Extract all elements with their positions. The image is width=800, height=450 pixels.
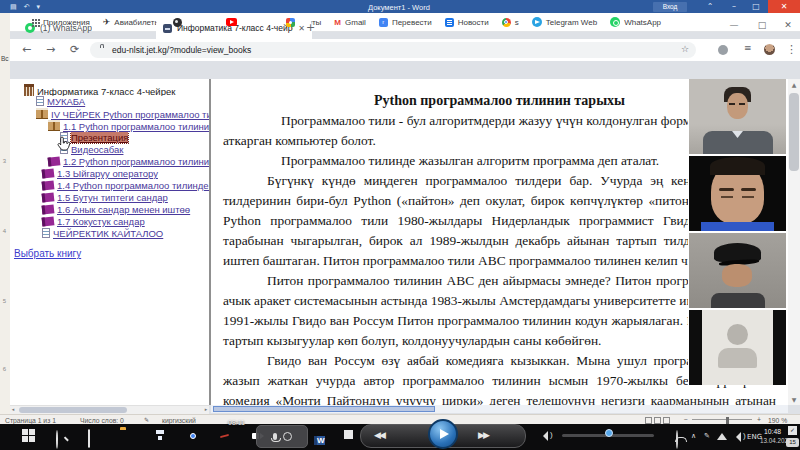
page-info[interactable]: Страница 1 из 1 [5, 417, 56, 424]
rewind-button[interactable]: ◀◀ [374, 430, 384, 440]
menu-dots-icon[interactable]: ⋮ [786, 43, 797, 56]
ruler-mark: 3 [0, 158, 9, 164]
scrollbar-thumb[interactable] [213, 406, 435, 412]
word-titlebar: ▤ ↶ ▾ Документ1 - Word Вход ⌃ – □ ✕ [0, 0, 800, 13]
nav-item-presentation[interactable]: Презентация [10, 132, 209, 144]
gmail-icon: M [334, 18, 341, 27]
reading-list-icon[interactable]: ≡ [744, 43, 752, 53]
zoom-slider[interactable] [692, 419, 752, 420]
stop-button[interactable] [344, 430, 353, 439]
video-participant-1[interactable] [689, 79, 786, 154]
play-button[interactable] [428, 419, 458, 449]
network-icon[interactable] [717, 433, 727, 440]
notification-icon[interactable]: ✓ [788, 426, 797, 435]
nav-item-chapter4[interactable]: IV ЧЕЙРЕК Python программалоо тилине кир… [10, 108, 209, 120]
caret-down-icon[interactable]: ▾ [37, 3, 41, 11]
word-ribbon-options-icon[interactable]: ⌃ [698, 0, 722, 13]
language-status[interactable]: киргизский [162, 417, 196, 424]
scroll-up-icon[interactable]: ▲ [788, 81, 800, 88]
back-icon[interactable]: ← [22, 43, 31, 56]
bookmark-news[interactable]: Новости [445, 18, 489, 27]
bookmark-s[interactable]: s [502, 18, 519, 27]
desktop-screen: ▤ ↶ ▾ Документ1 - Word Вход ⌃ – □ ✕ Вс 3… [0, 0, 800, 450]
volume-thumb[interactable] [605, 429, 613, 437]
pen-tray-icon[interactable]: ✎ [704, 432, 710, 440]
word-quick-access: ▤ ↶ ▾ [10, 3, 40, 11]
closed-book-icon [42, 204, 55, 214]
chrome-logo-icon [502, 18, 511, 27]
zoom-in-icon[interactable]: + [757, 416, 761, 423]
participant-face [727, 93, 748, 119]
nav-item-1-6[interactable]: 1.6 Анык сандар менен иштөө [10, 204, 209, 216]
profile-avatar[interactable] [764, 44, 775, 55]
video-participant-4-avatar[interactable] [689, 310, 786, 385]
refresh-icon[interactable]: ⟳ [70, 43, 79, 56]
forward-icon[interactable]: → [46, 43, 55, 56]
chrome-close-button[interactable]: ✕ [778, 17, 798, 33]
print-layout-icon[interactable] [654, 417, 661, 424]
url-text[interactable]: edu-nlsit.jet.kg/?module=view_books [112, 42, 251, 58]
zoom-slider-thumb[interactable] [726, 417, 729, 424]
notification-badge[interactable]: 15 [786, 438, 799, 447]
nav-item-1-2[interactable]: 1.2 Python программалоо тилинин структу [10, 156, 209, 168]
word-count[interactable]: Число слов: 0 [80, 417, 124, 424]
bookmark-translate[interactable]: гПеревести [379, 18, 432, 27]
new-tab-button[interactable]: + [306, 21, 315, 34]
fast-forward-button[interactable]: ▶▶ [478, 430, 488, 440]
undo-icon[interactable]: ↶ [24, 3, 30, 11]
extension-icon[interactable] [718, 45, 728, 55]
nav-item-1-5[interactable]: 1.5 Бутун типтеги сандар [10, 192, 209, 204]
word-minimize-button[interactable]: – [722, 0, 746, 13]
bookmark-star-icon[interactable]: ☆ [681, 44, 689, 54]
people-tray-icon[interactable] [676, 430, 678, 449]
nav-item-1-4[interactable]: 1.4 Python программалоо тилинде маалым [10, 180, 209, 192]
nav-item-mukaba[interactable]: МУКАБА [10, 96, 209, 108]
participant-face [722, 264, 752, 287]
nav-item-videolesson[interactable]: Видеосабак [10, 144, 209, 156]
bookmark-whatsapp[interactable]: WhatsApp [610, 17, 661, 27]
content-horizontal-scrollbar[interactable] [211, 405, 788, 413]
participant-hair [710, 157, 765, 175]
zoom-level[interactable]: 190 % [768, 417, 787, 424]
word-taskbar-icon[interactable]: W [314, 429, 325, 447]
word-close-button[interactable]: ✕ [768, 0, 800, 13]
read-mode-icon[interactable] [645, 417, 652, 424]
scroll-right-icon[interactable]: ▸ [202, 406, 210, 412]
bookmark-gmail[interactable]: MGmail [334, 18, 366, 27]
chrome-maximize-button[interactable]: □ [752, 17, 772, 33]
nav-item-1-3[interactable]: 1.3 Ыйгаруу оператору [10, 168, 209, 180]
tab-close-icon[interactable]: ✕ [298, 24, 305, 33]
yandex-icon [173, 18, 182, 27]
proofing-icon[interactable]: ✎ [144, 416, 149, 423]
scrollbar-thumb[interactable] [19, 407, 127, 413]
address-bar[interactable]: edu-nlsit.jet.kg/?module=view_books ☆ [90, 42, 696, 58]
word-restore-button[interactable]: □ [744, 0, 768, 13]
scroll-down-icon[interactable]: ▼ [788, 396, 800, 403]
video-participant-3[interactable] [689, 233, 786, 308]
nav-item-1-7[interactable]: 1.7 Кокустук сандар [10, 216, 209, 228]
bookmark-telegram[interactable]: Telegram Web [532, 17, 597, 27]
nav-horizontal-scrollbar[interactable]: ◂ ▸ [10, 405, 209, 414]
clock-time[interactable]: 10:48 [764, 428, 781, 436]
tab-whatsapp[interactable]: (1) WhatsApp ✕ [18, 17, 170, 39]
youtube-icon [226, 18, 237, 26]
chrome-window: (1) WhatsApp ✕ Информатика 7-класс 4-чей… [10, 13, 800, 414]
task-view-icon[interactable] [88, 430, 90, 448]
scroll-left-icon[interactable]: ◂ [9, 406, 17, 412]
word-signin-button[interactable]: Вход [653, 2, 687, 12]
save-icon[interactable]: ▤ [10, 3, 17, 11]
video-participant-2[interactable] [689, 156, 786, 231]
nav-item-repeat[interactable]: ЧЕЙРЕКТИК КАЙТАЛОО [10, 228, 209, 240]
web-layout-icon[interactable] [663, 417, 670, 424]
scrollbar-thumb[interactable] [789, 93, 799, 171]
tray-expand-icon[interactable]: ∧ [691, 432, 696, 440]
chrome-minimize-button[interactable]: — [724, 17, 744, 33]
nav-item-1-1[interactable]: 1.1 Python программалоо тилинин тарыхы [10, 120, 209, 132]
vertical-scrollbar[interactable]: ▲ ▼ [788, 79, 800, 405]
zoom-out-icon[interactable]: − [684, 416, 688, 423]
microphone-icon[interactable] [273, 433, 277, 440]
record-icon[interactable] [283, 432, 292, 441]
closed-book-icon [42, 192, 55, 202]
choose-book-link[interactable]: Выбрать книгу [10, 248, 209, 260]
search-icon[interactable] [56, 431, 58, 449]
